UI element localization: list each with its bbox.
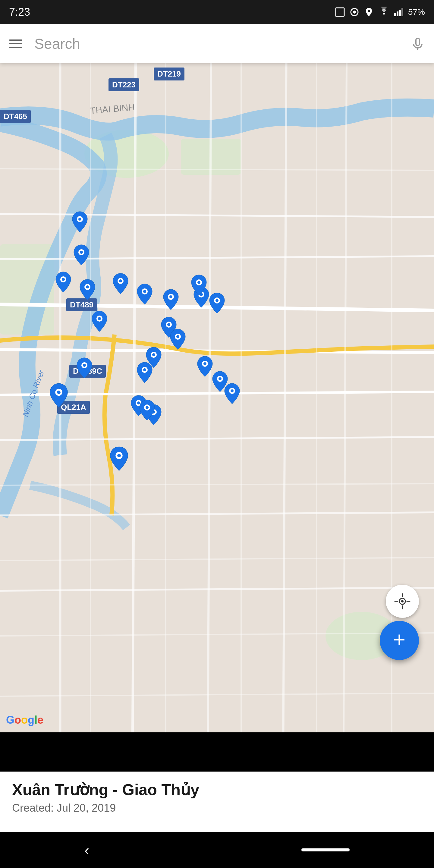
signal-icon xyxy=(394,7,404,18)
map-pin[interactable] xyxy=(48,383,69,408)
map-pin[interactable] xyxy=(90,310,108,332)
add-icon: + xyxy=(393,629,406,650)
road-label-dt223: DT223 xyxy=(108,79,139,91)
map-pin[interactable] xyxy=(108,446,130,471)
wifi-icon xyxy=(378,7,390,18)
svg-point-63 xyxy=(152,353,155,356)
map-pin[interactable] xyxy=(112,273,130,294)
square-icon xyxy=(335,7,345,18)
map-pin[interactable] xyxy=(169,329,187,350)
status-bar: 7:23 57% xyxy=(0,0,434,24)
home-indicator[interactable] xyxy=(301,848,350,851)
svg-point-61 xyxy=(176,335,179,338)
map-pin[interactable] xyxy=(135,283,154,305)
svg-point-37 xyxy=(79,218,82,221)
svg-point-83 xyxy=(117,454,121,458)
map-pin[interactable] xyxy=(75,357,93,379)
add-button[interactable]: + xyxy=(380,621,419,660)
my-location-button[interactable] xyxy=(386,585,419,618)
svg-point-71 xyxy=(218,377,221,380)
battery-indicator: 57% xyxy=(408,7,425,17)
svg-point-43 xyxy=(86,285,89,288)
search-input-area[interactable]: Search xyxy=(34,36,425,52)
menu-button[interactable] xyxy=(9,39,22,48)
svg-rect-6 xyxy=(401,8,403,16)
map-created-date: Created: Jul 20, 2019 xyxy=(12,802,422,814)
map-pin[interactable] xyxy=(79,279,96,301)
svg-point-47 xyxy=(143,290,146,293)
map-pin[interactable] xyxy=(135,362,154,383)
google-logo: Google xyxy=(6,714,43,726)
svg-point-81 xyxy=(146,406,149,409)
svg-rect-0 xyxy=(336,8,344,16)
back-button[interactable]: ‹ xyxy=(84,842,89,858)
svg-point-67 xyxy=(83,364,86,367)
svg-point-2 xyxy=(353,10,356,13)
svg-point-73 xyxy=(230,390,234,393)
svg-point-55 xyxy=(197,281,200,284)
road-label-dt219: DT219 xyxy=(154,67,184,81)
target-icon xyxy=(349,7,360,18)
map-pin[interactable] xyxy=(72,244,90,266)
svg-rect-5 xyxy=(399,10,401,16)
map-pin[interactable] xyxy=(162,289,180,310)
map-pin[interactable] xyxy=(138,399,156,421)
status-time: 7:23 xyxy=(9,6,30,19)
bottom-info-panel: Xuân Trường - Giao Thủy Created: Jul 20,… xyxy=(0,772,434,832)
svg-point-39 xyxy=(80,251,83,254)
location-status-icon xyxy=(364,7,374,18)
svg-point-57 xyxy=(98,317,101,320)
my-location-icon xyxy=(394,593,410,610)
map-pin[interactable] xyxy=(190,274,208,296)
svg-point-41 xyxy=(62,278,65,281)
svg-point-85 xyxy=(401,600,404,602)
svg-point-75 xyxy=(57,391,61,394)
search-bar[interactable]: Search xyxy=(0,24,434,63)
svg-point-49 xyxy=(169,296,173,299)
map-title: Xuân Trường - Giao Thủy xyxy=(12,781,422,799)
status-icons: 57% xyxy=(335,7,425,18)
road-label-dt465: DT465 xyxy=(0,110,31,123)
search-placeholder: Search xyxy=(34,36,410,52)
svg-point-65 xyxy=(143,368,146,371)
svg-point-69 xyxy=(204,362,207,365)
map-pin[interactable] xyxy=(54,271,72,293)
map-area[interactable]: THAI BINH DT219 DT223 DT465 DT489 DT489C… xyxy=(0,63,434,733)
map-pin[interactable] xyxy=(208,292,226,314)
svg-rect-3 xyxy=(394,13,396,16)
map-pin[interactable] xyxy=(223,383,241,404)
map-pin[interactable] xyxy=(71,211,89,233)
svg-rect-4 xyxy=(397,11,398,16)
svg-point-53 xyxy=(216,299,218,302)
bottom-navigation: ‹ xyxy=(0,832,434,868)
svg-point-59 xyxy=(167,323,170,326)
svg-point-45 xyxy=(119,279,122,282)
microphone-icon[interactable] xyxy=(410,36,425,51)
